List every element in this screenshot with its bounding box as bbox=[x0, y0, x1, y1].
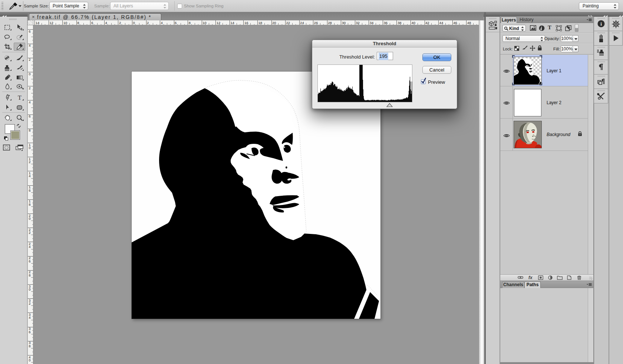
svg-text:T: T bbox=[18, 94, 22, 101]
svg-text:i: i bbox=[600, 21, 602, 27]
